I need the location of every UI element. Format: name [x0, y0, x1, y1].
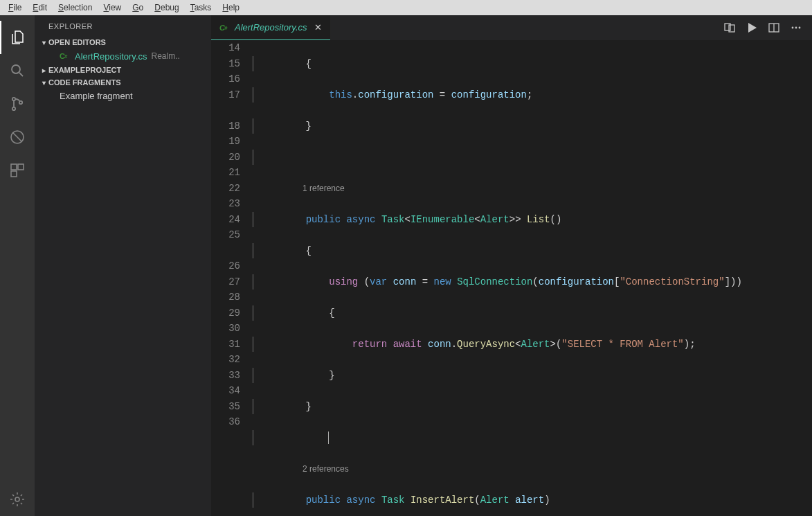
gear-icon: [9, 491, 26, 508]
svg-rect-7: [11, 171, 17, 177]
menu-tasks[interactable]: Tasks: [185, 1, 217, 14]
tab-alertrepository[interactable]: C# AlertRepository.cs ✕: [211, 15, 330, 40]
svg-point-17: [795, 27, 797, 29]
menu-go[interactable]: Go: [127, 1, 149, 14]
svg-point-16: [792, 27, 794, 29]
menu-selection[interactable]: Selection: [53, 1, 98, 14]
activity-settings[interactable]: [0, 483, 35, 516]
menu-help[interactable]: Help: [217, 1, 245, 14]
more-icon[interactable]: [790, 21, 802, 34]
fragment-item[interactable]: Example fragment: [35, 89, 211, 103]
open-editor-name: AlertRepository.cs: [75, 51, 147, 62]
sidebar: EXPLORER ▾ OPEN EDITORS C# AlertReposito…: [35, 15, 211, 516]
section-label: CODE FRAGMENTS: [48, 78, 121, 87]
svg-point-8: [15, 497, 19, 501]
code-content[interactable]: { this.configuration = configuration; } …: [253, 40, 812, 516]
activity-search[interactable]: [0, 54, 35, 87]
svg-point-3: [19, 101, 22, 104]
section-label: EXAMPLEPROJECT: [48, 66, 121, 74]
section-open-editors[interactable]: ▾ OPEN EDITORS: [35, 36, 211, 48]
sidebar-title: EXPLORER: [35, 15, 211, 36]
section-label: OPEN EDITORS: [48, 38, 106, 46]
section-fragments[interactable]: ▾ CODE FRAGMENTS: [35, 76, 211, 89]
svg-rect-5: [11, 164, 17, 170]
activity-debug[interactable]: [0, 121, 35, 154]
menu-edit[interactable]: Edit: [27, 1, 53, 14]
line-gutter: 14 15 16 17 18 19 20 21 22 23 24 25 26 2…: [211, 40, 253, 516]
svg-point-18: [799, 27, 801, 29]
text-cursor: [328, 432, 329, 444]
codelens-list[interactable]: 1 reference: [253, 181, 812, 197]
git-icon: [9, 96, 26, 112]
activity-extensions[interactable]: [0, 154, 35, 187]
activity-git[interactable]: [0, 87, 35, 121]
tabs-row: C# AlertRepository.cs ✕: [211, 15, 812, 40]
menu-view[interactable]: View: [98, 1, 127, 14]
activity-bar: [0, 15, 35, 516]
tab-label: AlertRepository.cs: [235, 22, 307, 33]
editor-body[interactable]: 14 15 16 17 18 19 20 21 22 23 24 25 26 2…: [211, 40, 812, 516]
run-icon[interactable]: [746, 21, 758, 34]
menu-file[interactable]: File: [3, 1, 27, 14]
section-project[interactable]: ▸ EXAMPLEPROJECT: [35, 64, 211, 76]
open-editor-path: Realm..: [152, 51, 180, 61]
editor-area: C# AlertRepository.cs ✕: [211, 15, 812, 516]
csharp-file-icon: C#: [219, 22, 231, 33]
menubar: File Edit Selection View Go Debug Tasks …: [0, 0, 812, 15]
codelens-insert[interactable]: 2 references: [253, 461, 812, 477]
chevron-right-icon: ▸: [39, 66, 48, 74]
compare-icon[interactable]: [723, 21, 736, 34]
search-icon: [9, 62, 26, 79]
svg-text:#: #: [224, 25, 228, 31]
extensions-icon: [9, 162, 26, 179]
svg-point-2: [12, 107, 15, 110]
bug-icon: [9, 129, 26, 145]
chevron-down-icon: ▾: [39, 39, 48, 46]
split-icon[interactable]: [768, 21, 780, 34]
svg-point-1: [12, 98, 15, 100]
menu-debug[interactable]: Debug: [149, 1, 184, 14]
fragment-label: Example fragment: [60, 91, 133, 101]
files-icon: [10, 29, 26, 46]
svg-point-0: [12, 65, 20, 73]
open-editor-item[interactable]: C# AlertRepository.cs Realm..: [35, 48, 211, 64]
editor-actions: [723, 21, 812, 34]
activity-explorer[interactable]: [0, 21, 35, 54]
chevron-down-icon: ▾: [39, 79, 48, 87]
svg-rect-6: [18, 164, 24, 170]
csharp-file-icon: C#: [60, 51, 71, 62]
close-icon[interactable]: ✕: [314, 22, 322, 33]
svg-text:#: #: [64, 53, 68, 60]
